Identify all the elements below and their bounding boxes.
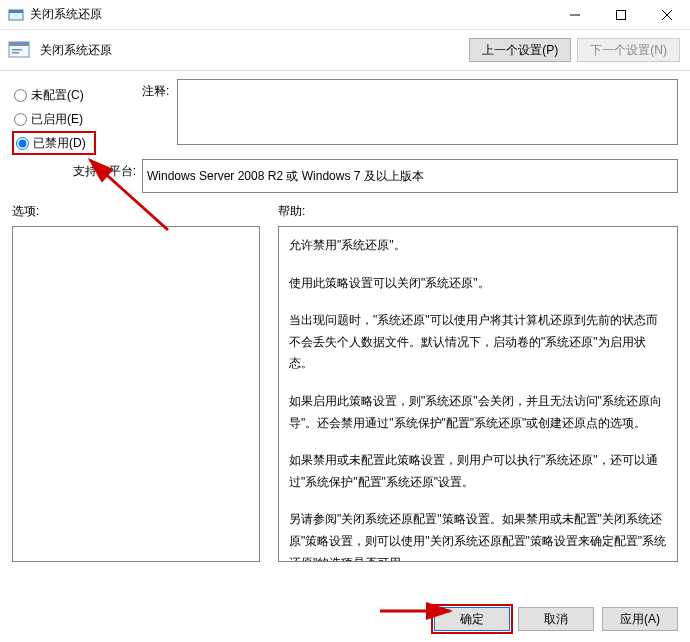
svg-rect-1 [9,10,23,13]
svg-rect-3 [617,10,626,19]
bottom-button-bar: 确定 取消 应用(A) [434,596,690,642]
options-box [12,226,260,562]
app-icon [8,7,24,23]
radio-not-configured-input[interactable] [14,89,27,102]
help-label: 帮助: [278,203,678,220]
platform-box: Windows Server 2008 R2 或 Windows 7 及以上版本 [142,159,678,193]
svg-rect-8 [12,49,22,51]
radio-disabled-label: 已禁用(D) [33,135,86,152]
comment-label: 注释: [142,79,177,155]
policy-icon [8,40,32,60]
ok-button[interactable]: 确定 [434,607,510,631]
options-label: 选项: [12,203,260,220]
radio-enabled[interactable]: 已启用(E) [12,107,142,131]
comment-textarea[interactable] [177,79,678,145]
minimize-button[interactable] [552,0,598,30]
previous-setting-button[interactable]: 上一个设置(P) [469,38,571,62]
help-paragraph: 如果启用此策略设置，则"系统还原"会关闭，并且无法访问"系统还原向导"。还会禁用… [289,391,667,434]
window-title: 关闭系统还原 [30,6,552,23]
radio-enabled-label: 已启用(E) [31,111,83,128]
cancel-button[interactable]: 取消 [518,607,594,631]
close-button[interactable] [644,0,690,30]
maximize-button[interactable] [598,0,644,30]
radio-enabled-input[interactable] [14,113,27,126]
state-radio-group: 未配置(C) 已启用(E) 已禁用(D) [12,83,142,155]
help-paragraph: 如果禁用或未配置此策略设置，则用户可以执行"系统还原"，还可以通过"系统保护"配… [289,450,667,493]
help-paragraph: 允许禁用"系统还原"。 [289,235,667,257]
policy-header: 关闭系统还原 上一个设置(P) 下一个设置(N) [0,30,690,71]
svg-rect-9 [12,52,19,54]
titlebar: 关闭系统还原 [0,0,690,30]
radio-disabled-input[interactable] [16,137,29,150]
platform-label: 支持的平台: [73,164,136,178]
platform-text: Windows Server 2008 R2 或 Windows 7 及以上版本 [147,169,424,183]
radio-not-configured[interactable]: 未配置(C) [12,83,142,107]
help-box[interactable]: 允许禁用"系统还原"。使用此策略设置可以关闭"系统还原"。当出现问题时，"系统还… [278,226,678,562]
apply-button[interactable]: 应用(A) [602,607,678,631]
help-paragraph: 另请参阅"关闭系统还原配置"策略设置。如果禁用或未配置"关闭系统还原"策略设置，… [289,509,667,562]
policy-title: 关闭系统还原 [40,42,463,59]
help-paragraph: 使用此策略设置可以关闭"系统还原"。 [289,273,667,295]
radio-disabled[interactable]: 已禁用(D) [12,131,96,155]
help-paragraph: 当出现问题时，"系统还原"可以使用户将其计算机还原到先前的状态而不会丢失个人数据… [289,310,667,375]
svg-rect-7 [9,42,29,46]
radio-not-configured-label: 未配置(C) [31,87,84,104]
next-setting-button: 下一个设置(N) [577,38,680,62]
